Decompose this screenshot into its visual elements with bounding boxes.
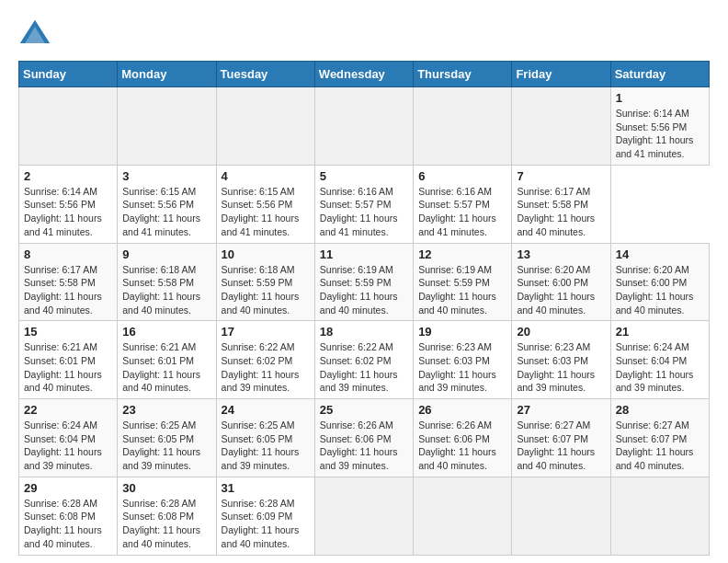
calendar-day: 11Sunrise: 6:19 AMSunset: 5:59 PMDayligh… bbox=[314, 243, 413, 321]
header-day-monday: Monday bbox=[118, 62, 216, 87]
header-day-saturday: Saturday bbox=[610, 62, 709, 87]
empty-cell bbox=[216, 87, 314, 166]
day-number: 26 bbox=[418, 403, 506, 417]
day-number: 15 bbox=[24, 325, 112, 339]
day-info: Sunrise: 6:25 AMSunset: 6:05 PMDaylight:… bbox=[122, 419, 210, 473]
day-info: Sunrise: 6:27 AMSunset: 6:07 PMDaylight:… bbox=[616, 419, 704, 473]
header-day-thursday: Thursday bbox=[414, 62, 512, 87]
logo bbox=[18, 18, 57, 52]
day-number: 22 bbox=[24, 403, 112, 417]
empty-cell bbox=[314, 87, 413, 166]
day-number: 1 bbox=[616, 91, 704, 105]
day-info: Sunrise: 6:14 AMSunset: 5:56 PMDaylight:… bbox=[24, 185, 112, 239]
calendar-row: 15Sunrise: 6:21 AMSunset: 6:01 PMDayligh… bbox=[19, 321, 710, 399]
day-info: Sunrise: 6:16 AMSunset: 5:57 PMDaylight:… bbox=[418, 185, 506, 239]
empty-cell bbox=[512, 477, 610, 555]
empty-cell bbox=[414, 477, 512, 555]
calendar-day: 29Sunrise: 6:28 AMSunset: 6:08 PMDayligh… bbox=[19, 477, 118, 555]
day-info: Sunrise: 6:17 AMSunset: 5:58 PMDaylight:… bbox=[517, 185, 605, 239]
calendar-body: 1Sunrise: 6:14 AMSunset: 5:56 PMDaylight… bbox=[19, 87, 710, 556]
calendar-day: 3Sunrise: 6:15 AMSunset: 5:56 PMDaylight… bbox=[118, 165, 216, 243]
day-info: Sunrise: 6:26 AMSunset: 6:06 PMDaylight:… bbox=[320, 419, 408, 473]
calendar-day: 15Sunrise: 6:21 AMSunset: 6:01 PMDayligh… bbox=[19, 321, 118, 399]
day-info: Sunrise: 6:25 AMSunset: 6:05 PMDaylight:… bbox=[222, 419, 310, 473]
calendar-day: 12Sunrise: 6:19 AMSunset: 5:59 PMDayligh… bbox=[414, 243, 512, 321]
calendar-day: 16Sunrise: 6:21 AMSunset: 6:01 PMDayligh… bbox=[118, 321, 216, 399]
calendar-day: 21Sunrise: 6:24 AMSunset: 6:04 PMDayligh… bbox=[610, 321, 709, 399]
day-number: 4 bbox=[222, 169, 310, 183]
day-info: Sunrise: 6:28 AMSunset: 6:09 PMDaylight:… bbox=[222, 497, 310, 551]
calendar-day: 18Sunrise: 6:22 AMSunset: 6:02 PMDayligh… bbox=[314, 321, 413, 399]
day-number: 28 bbox=[616, 403, 704, 417]
day-number: 30 bbox=[122, 481, 210, 495]
day-number: 25 bbox=[320, 403, 408, 417]
calendar-header: SundayMondayTuesdayWednesdayThursdayFrid… bbox=[19, 62, 710, 87]
day-info: Sunrise: 6:24 AMSunset: 6:04 PMDaylight:… bbox=[616, 340, 704, 395]
calendar-day: 2Sunrise: 6:14 AMSunset: 5:56 PMDaylight… bbox=[19, 165, 118, 243]
day-info: Sunrise: 6:20 AMSunset: 6:00 PMDaylight:… bbox=[517, 263, 605, 317]
calendar-day: 22Sunrise: 6:24 AMSunset: 6:04 PMDayligh… bbox=[19, 399, 118, 477]
calendar-row: 1Sunrise: 6:14 AMSunset: 5:56 PMDaylight… bbox=[19, 87, 710, 166]
empty-cell bbox=[512, 87, 610, 166]
day-number: 14 bbox=[616, 247, 704, 261]
day-info: Sunrise: 6:28 AMSunset: 6:08 PMDaylight:… bbox=[24, 497, 112, 551]
day-info: Sunrise: 6:21 AMSunset: 6:01 PMDaylight:… bbox=[122, 340, 210, 395]
header-day-sunday: Sunday bbox=[19, 62, 118, 87]
empty-cell bbox=[314, 477, 413, 555]
calendar-row: 2Sunrise: 6:14 AMSunset: 5:56 PMDaylight… bbox=[19, 165, 710, 243]
calendar-day: 6Sunrise: 6:16 AMSunset: 5:57 PMDaylight… bbox=[414, 165, 512, 243]
day-number: 29 bbox=[24, 481, 112, 495]
header-day-wednesday: Wednesday bbox=[314, 62, 413, 87]
header-row: SundayMondayTuesdayWednesdayThursdayFrid… bbox=[19, 62, 710, 87]
day-number: 11 bbox=[320, 247, 408, 261]
calendar-day: 7Sunrise: 6:17 AMSunset: 5:58 PMDaylight… bbox=[512, 165, 610, 243]
day-number: 9 bbox=[122, 247, 210, 261]
day-number: 5 bbox=[320, 169, 408, 183]
day-number: 19 bbox=[418, 325, 506, 339]
day-info: Sunrise: 6:15 AMSunset: 5:56 PMDaylight:… bbox=[222, 185, 310, 239]
day-number: 18 bbox=[320, 325, 408, 339]
header-day-tuesday: Tuesday bbox=[216, 62, 314, 87]
day-info: Sunrise: 6:22 AMSunset: 6:02 PMDaylight:… bbox=[222, 340, 310, 395]
day-info: Sunrise: 6:26 AMSunset: 6:06 PMDaylight:… bbox=[418, 419, 506, 473]
calendar-row: 22Sunrise: 6:24 AMSunset: 6:04 PMDayligh… bbox=[19, 399, 710, 477]
calendar-day: 13Sunrise: 6:20 AMSunset: 6:00 PMDayligh… bbox=[512, 243, 610, 321]
day-info: Sunrise: 6:15 AMSunset: 5:56 PMDaylight:… bbox=[122, 185, 210, 239]
day-number: 13 bbox=[517, 247, 605, 261]
day-info: Sunrise: 6:24 AMSunset: 6:04 PMDaylight:… bbox=[24, 419, 112, 473]
day-number: 10 bbox=[222, 247, 310, 261]
day-number: 3 bbox=[122, 169, 210, 183]
day-info: Sunrise: 6:20 AMSunset: 6:00 PMDaylight:… bbox=[616, 263, 704, 317]
calendar-day: 20Sunrise: 6:23 AMSunset: 6:03 PMDayligh… bbox=[512, 321, 610, 399]
calendar-day: 1Sunrise: 6:14 AMSunset: 5:56 PMDaylight… bbox=[610, 87, 709, 166]
calendar-day: 31Sunrise: 6:28 AMSunset: 6:09 PMDayligh… bbox=[216, 477, 314, 555]
day-number: 12 bbox=[418, 247, 506, 261]
page-header bbox=[18, 18, 710, 52]
empty-cell bbox=[19, 87, 118, 166]
calendar-table: SundayMondayTuesdayWednesdayThursdayFrid… bbox=[18, 61, 710, 556]
day-info: Sunrise: 6:18 AMSunset: 5:58 PMDaylight:… bbox=[122, 263, 210, 317]
calendar-day: 14Sunrise: 6:20 AMSunset: 6:00 PMDayligh… bbox=[610, 243, 709, 321]
calendar-day: 5Sunrise: 6:16 AMSunset: 5:57 PMDaylight… bbox=[314, 165, 413, 243]
day-info: Sunrise: 6:27 AMSunset: 6:07 PMDaylight:… bbox=[517, 419, 605, 473]
day-info: Sunrise: 6:23 AMSunset: 6:03 PMDaylight:… bbox=[418, 340, 506, 395]
day-number: 23 bbox=[122, 403, 210, 417]
day-info: Sunrise: 6:22 AMSunset: 6:02 PMDaylight:… bbox=[320, 340, 408, 395]
day-number: 24 bbox=[222, 403, 310, 417]
calendar-day: 28Sunrise: 6:27 AMSunset: 6:07 PMDayligh… bbox=[610, 399, 709, 477]
calendar-day: 26Sunrise: 6:26 AMSunset: 6:06 PMDayligh… bbox=[414, 399, 512, 477]
day-number: 21 bbox=[616, 325, 704, 339]
day-number: 27 bbox=[517, 403, 605, 417]
day-number: 31 bbox=[222, 481, 310, 495]
day-info: Sunrise: 6:17 AMSunset: 5:58 PMDaylight:… bbox=[24, 263, 112, 317]
calendar-day: 30Sunrise: 6:28 AMSunset: 6:08 PMDayligh… bbox=[118, 477, 216, 555]
day-number: 20 bbox=[517, 325, 605, 339]
day-number: 17 bbox=[222, 325, 310, 339]
day-number: 8 bbox=[24, 247, 112, 261]
calendar-row: 8Sunrise: 6:17 AMSunset: 5:58 PMDaylight… bbox=[19, 243, 710, 321]
day-info: Sunrise: 6:18 AMSunset: 5:59 PMDaylight:… bbox=[222, 263, 310, 317]
day-info: Sunrise: 6:23 AMSunset: 6:03 PMDaylight:… bbox=[517, 340, 605, 395]
calendar-day: 23Sunrise: 6:25 AMSunset: 6:05 PMDayligh… bbox=[118, 399, 216, 477]
empty-cell bbox=[610, 477, 709, 555]
day-info: Sunrise: 6:21 AMSunset: 6:01 PMDaylight:… bbox=[24, 340, 112, 395]
